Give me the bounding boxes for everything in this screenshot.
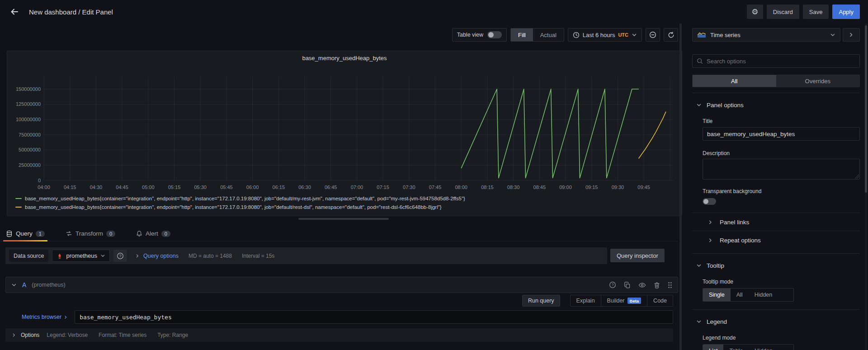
x-axis-tick-label: 07:45 [429, 184, 442, 190]
chevron-right-icon [12, 333, 16, 337]
legend-item[interactable]: base_memory_usedHeap_bytes{container="in… [15, 204, 442, 210]
fill-actual-segment: Fill Actual [510, 28, 564, 42]
time-range-label: Last 6 hours [583, 32, 615, 38]
discard-button[interactable]: Discard [767, 5, 799, 19]
panel-title-input[interactable] [703, 127, 860, 141]
query-row-header[interactable]: A (prometheus) ? [5, 277, 678, 293]
visualization-picker[interactable]: Time series [692, 28, 840, 42]
tab-overrides[interactable]: Overrides [776, 75, 860, 87]
options-label: Options [21, 332, 39, 338]
hide-response-eye-icon[interactable] [638, 282, 646, 289]
query-options-expander[interactable]: Query options [135, 253, 179, 259]
chevron-down-icon [632, 32, 637, 38]
resize-corner-icon[interactable] [854, 174, 859, 179]
query-datasource-hint: (prometheus) [32, 282, 65, 288]
builder-mode-option[interactable]: BuilderBeta [601, 295, 647, 306]
query-section-tabs: Query 1 Transform 0 Alert 0 [0, 226, 678, 241]
duplicate-query-icon[interactable] [624, 282, 631, 289]
legend-list-option[interactable]: List [703, 345, 723, 350]
tab-query[interactable]: Query 1 [6, 226, 45, 241]
panel-resize-handle[interactable] [298, 218, 389, 220]
tab-alert[interactable]: Alert 0 [136, 226, 170, 241]
actual-option[interactable]: Actual [533, 28, 564, 41]
tab-transform[interactable]: Transform 0 [66, 226, 115, 241]
query-actions-row: Run query Explain BuilderBeta Code [5, 295, 673, 307]
pane-splitter[interactable] [679, 24, 682, 350]
x-axis-tick-label: 07:00 [351, 184, 363, 190]
series-line [461, 89, 639, 178]
datasource-help-button[interactable]: ? [113, 250, 127, 262]
x-axis-tick-label: 05:45 [220, 184, 233, 190]
divider [692, 93, 860, 93]
max-datapoints-stat: MD = auto = 1488 [189, 253, 232, 259]
chevron-right-icon [135, 254, 140, 258]
query-inspector-button[interactable]: Query inspector [610, 249, 665, 262]
datasource-bar: Data source prometheus ? Query options M… [5, 247, 607, 264]
query-options-row[interactable]: Options Legend: Verbose Format: Time ser… [5, 328, 673, 342]
sidebar-scrollbar-thumb[interactable] [865, 25, 867, 193]
repeat-options-section-header[interactable]: Repeat options [692, 233, 860, 247]
remove-query-trash-icon[interactable] [654, 282, 660, 289]
format-stat: Format: Time series [99, 332, 146, 338]
toggle-viz-pane-button[interactable] [843, 28, 860, 42]
chart-plot-area[interactable] [7, 51, 682, 216]
y-axis-tick-label: 50000000 [8, 147, 41, 152]
panel-links-section-header[interactable]: Panel links [692, 215, 860, 229]
x-axis-tick-label: 06:45 [325, 184, 337, 190]
x-axis-tick-label: 09:15 [585, 184, 598, 190]
svg-text:?: ? [612, 283, 614, 287]
tooltip-hidden-option[interactable]: Hidden [749, 289, 778, 301]
tooltip-section-header[interactable]: Tooltip [692, 260, 860, 270]
code-mode-option[interactable]: Code [647, 295, 673, 306]
legend-item[interactable]: base_memory_usedHeap_bytes{container="in… [15, 196, 465, 201]
metrics-browser-link[interactable]: Metrics browser [22, 314, 68, 320]
search-icon [697, 58, 703, 64]
y-axis-tick-label: 125000000 [8, 101, 41, 107]
panel-toolbar: Table view Fill Actual Last 6 hours UTC [0, 28, 678, 42]
search-options-input[interactable]: Search options [692, 54, 860, 68]
tab-all[interactable]: All [693, 75, 776, 87]
apply-button[interactable]: Apply [832, 5, 860, 19]
zoom-out-icon [649, 31, 656, 38]
legend-hidden-option[interactable]: Hidden [749, 345, 778, 350]
transparent-background-toggle[interactable] [703, 198, 716, 205]
legend-mode-segment: List Table Hidden [703, 344, 794, 350]
tab-query-label: Query [16, 230, 33, 237]
tooltip-single-option[interactable]: Single [703, 289, 731, 301]
search-placeholder: Search options [707, 58, 746, 65]
legend-section-header[interactable]: Legend [692, 317, 860, 326]
legend-table-option[interactable]: Table [723, 345, 749, 350]
dashboard-settings-button[interactable]: ⚙ [747, 5, 763, 19]
alert-count-badge: 0 [161, 231, 170, 237]
query-count-badge: 1 [36, 231, 45, 237]
timeseries-viz-icon [697, 32, 706, 38]
zoom-out-button[interactable] [646, 28, 660, 42]
x-axis-tick-label: 05:00 [142, 184, 155, 190]
legend-series-label: base_memory_usedHeap_bytes{container="in… [25, 204, 442, 210]
panel-description-textarea[interactable] [703, 159, 860, 180]
drag-handle-grip-icon[interactable] [668, 282, 672, 289]
save-button[interactable]: Save [803, 5, 829, 19]
svg-text:?: ? [119, 254, 122, 258]
x-axis-tick-label: 06:15 [273, 184, 285, 190]
help-circle-icon: ? [117, 252, 124, 260]
fill-option[interactable]: Fill [511, 28, 533, 41]
refresh-button[interactable] [664, 28, 678, 42]
x-axis-tick-label: 08:15 [481, 184, 494, 190]
query-help-icon[interactable]: ? [609, 281, 616, 289]
time-range-picker[interactable]: Last 6 hours UTC [568, 28, 642, 42]
y-axis-tick-label: 25000000 [8, 162, 41, 168]
beta-badge: Beta [627, 298, 642, 304]
legend-mode-label: Legend mode [703, 335, 860, 341]
y-axis-tick-label: 0 [8, 178, 41, 183]
x-axis-tick-label: 07:15 [377, 184, 389, 190]
explain-mode-option[interactable]: Explain [571, 295, 601, 306]
back-button[interactable] [6, 4, 23, 20]
datasource-select[interactable]: prometheus [52, 250, 110, 262]
table-view-toggle[interactable] [487, 31, 502, 38]
tooltip-all-option[interactable]: All [731, 289, 749, 301]
run-query-button[interactable]: Run query [522, 295, 560, 307]
promql-expression-input[interactable] [75, 310, 673, 324]
interval-stat: Interval = 15s [242, 253, 274, 259]
panel-options-section-header[interactable]: Panel options [692, 100, 860, 110]
